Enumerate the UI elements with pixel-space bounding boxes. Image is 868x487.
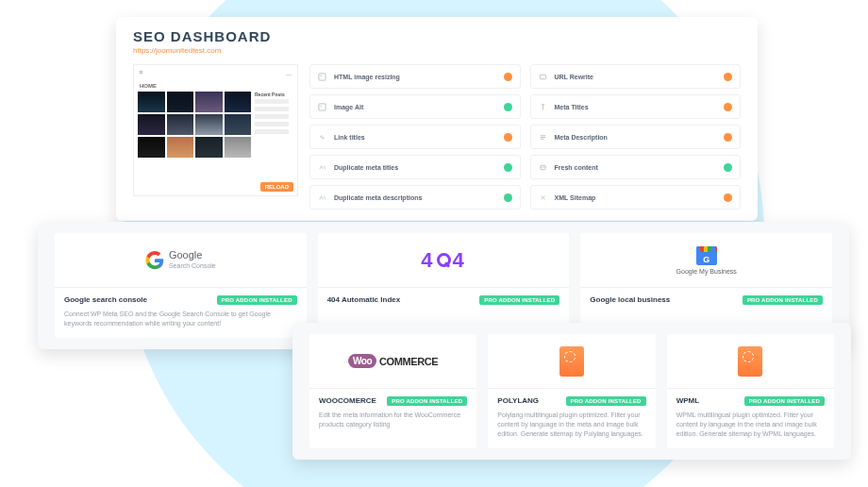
pro-addon-badge: PRO ADDON INSTALLED [479,295,559,305]
svg-point-3 [320,105,321,106]
page-title: SEO DASHBOARD [133,28,741,44]
pro-addon-badge: PRO ADDON INSTALLED [744,396,825,406]
pro-addon-badge: PRO ADDON INSTALLED [217,295,297,305]
status-column-left: HTML image resizing Image Alt Link title… [309,64,521,210]
url-icon [539,73,547,81]
card-google-search-console[interactable]: Google Search Console Google search cons… [55,233,307,338]
status-item-url-rewrite[interactable]: URL Rewrite [530,64,742,89]
status-dot [724,73,732,81]
desc-icon [539,133,547,142]
status-item-duplicate-meta-titles[interactable]: Duplicate meta titles [309,155,521,179]
site-preview: ⋯ HOME Recent Posts RELOAD [133,64,298,196]
title-icon [539,103,547,111]
status-dot [504,163,512,172]
svg-point-1 [320,75,321,76]
status-item-fresh-content[interactable]: Fresh content [530,155,742,179]
pro-addon-badge: PRO ADDON INSTALLED [566,396,646,406]
status-dot [504,193,512,202]
duplicate-icon [318,163,326,172]
status-item-html-image-resizing[interactable]: HTML image resizing [309,64,521,89]
integrations-panel-2: Woo COMMERCE WOOCOMERCE PRO ADDON INSTAL… [292,323,851,460]
link-icon [318,133,326,142]
google-search-console-logo: Google Search Console [145,250,216,271]
svg-rect-0 [319,73,326,79]
dashboard-panel: SEO DASHBOARD https://joomunitedtest.com… [116,17,758,221]
status-dot [724,103,732,111]
svg-rect-2 [319,103,326,109]
card-wpml[interactable]: WPML PRO ADDON INSTALLED WPML multilingu… [667,334,834,448]
status-item-xml-sitemap[interactable]: XML Sitemap [530,185,742,210]
status-dot [504,103,512,111]
status-item-link-titles[interactable]: Link titles [309,125,521,149]
sitemap-icon [539,193,547,202]
status-dot [724,163,732,172]
svg-rect-5 [540,165,544,170]
reload-button[interactable]: RELOAD [260,182,293,192]
preview-home-label: HOME [138,81,293,92]
plugin-icon [559,346,584,377]
svg-rect-4 [540,75,545,79]
status-dot [724,133,732,142]
site-url: https://joomunitedtest.com [133,46,741,55]
status-item-meta-description[interactable]: Meta Description [530,125,742,149]
card-polylang[interactable]: POLYLANG PRO ADDON INSTALLED Polylang mu… [488,334,655,448]
card-woocommerce[interactable]: Woo COMMERCE WOOCOMERCE PRO ADDON INSTAL… [309,334,476,448]
status-dot [504,73,512,81]
duplicate-icon [318,193,326,202]
woocommerce-logo: Woo COMMERCE [348,354,438,368]
image-icon [318,103,326,111]
404-icon: 44 [421,248,466,273]
status-item-duplicate-meta-descriptions[interactable]: Duplicate meta descriptions [309,185,521,210]
status-item-image-alt[interactable]: Image Alt [309,94,521,119]
pro-addon-badge: PRO ADDON INSTALLED [387,396,467,406]
status-item-meta-titles[interactable]: Meta Titles [530,94,742,119]
pro-addon-badge: PRO ADDON INSTALLED [743,295,823,305]
image-icon [318,73,326,81]
google-my-business-logo: Google My Business [676,246,737,275]
plugin-icon [738,346,762,377]
status-dot [724,193,732,202]
status-column-right: URL Rewrite Meta Titles Meta Description… [530,64,742,210]
status-dot [504,133,512,142]
fresh-icon [539,163,547,172]
